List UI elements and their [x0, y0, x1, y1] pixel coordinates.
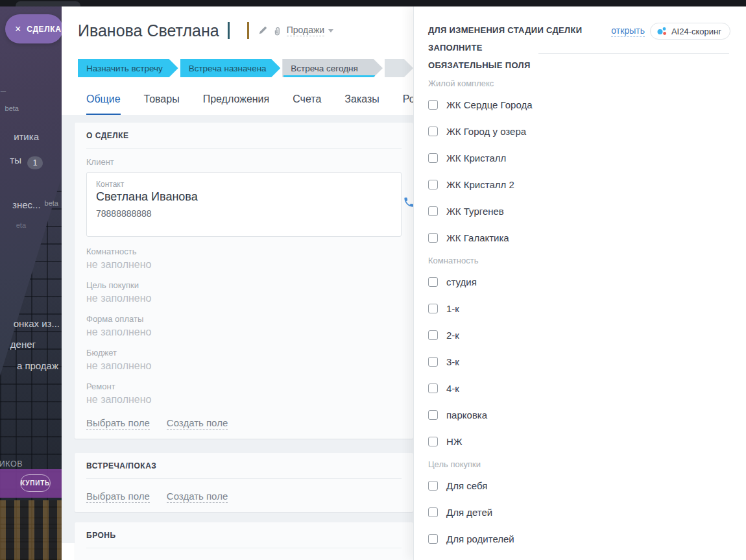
contact-name-link[interactable]: Светлана Иванова: [96, 190, 392, 204]
checkbox-label[interactable]: 1-к: [446, 303, 459, 314]
create-field-link[interactable]: Создать поле: [167, 417, 228, 430]
checkbox[interactable]: [428, 534, 438, 544]
edit-pencil-icon[interactable]: [258, 26, 267, 35]
checkbox-row[interactable]: 3-к: [428, 348, 730, 375]
sidebar-item-3[interactable]: ты1: [10, 154, 43, 169]
ai24-scoring-badge[interactable]: AI24-скоринг: [650, 23, 730, 40]
stage-item-3[interactable]: Встреча сегодня: [282, 59, 383, 77]
checkbox[interactable]: [428, 437, 438, 446]
tab-invoices[interactable]: Счета: [293, 93, 321, 115]
tab-quotes[interactable]: Предложения: [203, 93, 270, 115]
checkbox-row[interactable]: студия: [428, 269, 730, 295]
checkbox-row[interactable]: 1-к: [428, 295, 730, 322]
ai24-scoring-label: AI24-скоринг: [671, 27, 721, 36]
create-field-link[interactable]: Создать поле: [167, 491, 228, 503]
buy-button[interactable]: КУПИТЬ: [20, 474, 51, 492]
checkbox-label[interactable]: ЖК Сердце Города: [446, 99, 533, 110]
contact-phone[interactable]: 78888888888: [96, 208, 392, 219]
checkbox-label[interactable]: Для себя: [446, 480, 487, 491]
checkbox-row[interactable]: НЖ: [428, 428, 730, 455]
deal-title[interactable]: Иванова Светлана: [78, 21, 219, 40]
sidebar-item-5[interactable]: eta: [16, 221, 26, 229]
checkbox-row[interactable]: Для родителей: [428, 526, 730, 552]
checkbox[interactable]: [428, 481, 438, 491]
open-scoring-link[interactable]: открыть: [611, 25, 645, 37]
contact-card[interactable]: Контакт Светлана Иванова 78888888888: [86, 172, 402, 237]
field-value[interactable]: не заполнено: [86, 394, 402, 406]
checkbox-row[interactable]: 4-к: [428, 375, 730, 402]
sidebar-item-7[interactable]: денег: [10, 339, 36, 350]
sidebar-item-8[interactable]: а продаж: [17, 360, 58, 371]
field-value[interactable]: не заполнено: [86, 360, 402, 372]
close-icon[interactable]: ×: [15, 24, 21, 34]
tab-robots[interactable]: Роботы: [403, 93, 413, 115]
checkbox-row[interactable]: парковка: [428, 402, 730, 428]
checkbox-row[interactable]: ЖК Кристалл: [428, 145, 730, 171]
checkbox[interactable]: [428, 357, 438, 367]
checkbox-label[interactable]: Для детей: [446, 507, 492, 518]
field-value[interactable]: не заполнено: [86, 326, 402, 338]
tab-orders[interactable]: Заказы: [344, 93, 379, 115]
select-field-link[interactable]: Выбрать поле: [86, 417, 150, 430]
checkbox-label[interactable]: 2-к: [446, 330, 459, 341]
checkbox[interactable]: [428, 507, 438, 517]
deal-content-scroll[interactable]: О СДЕЛКЕ Клиент Контакт Светлана Иванова…: [62, 115, 413, 543]
tab-general[interactable]: Общие: [86, 93, 121, 115]
field-value[interactable]: не заполнено: [86, 259, 402, 271]
checkbox-label[interactable]: ЖК Галактика: [446, 232, 509, 243]
pipeline-selector[interactable]: Продажи: [287, 25, 324, 36]
checkbox-label[interactable]: ЖК Тургенев: [446, 206, 504, 217]
stage-item-1[interactable]: Назначить встречу: [78, 59, 178, 77]
checkbox[interactable]: [428, 304, 438, 313]
checkbox[interactable]: [428, 127, 438, 136]
checkbox[interactable]: [428, 100, 438, 110]
tab-products[interactable]: Товары: [144, 93, 180, 115]
checkbox-row[interactable]: ЖК Галактика: [428, 225, 730, 251]
sidebar-item-4[interactable]: знес...beta: [12, 199, 58, 210]
checkbox-row[interactable]: Для детей: [428, 499, 730, 526]
checkbox-label[interactable]: парковка: [446, 409, 487, 420]
checkbox-label[interactable]: студия: [446, 276, 477, 287]
checkbox-label[interactable]: ЖК Кристалл: [446, 152, 506, 164]
checkbox[interactable]: [428, 330, 438, 340]
checkbox-row[interactable]: Сдавать в аренду: [428, 552, 730, 560]
checkbox-label[interactable]: 3-к: [446, 356, 459, 367]
required-fields-title: ДЛЯ ИЗМЕНЕНИЯ СТАДИИ СДЕЛКИ ЗАПОЛНИТЕ ОБ…: [428, 21, 611, 74]
checkbox[interactable]: [428, 233, 438, 243]
checkbox[interactable]: [428, 206, 438, 216]
checkbox[interactable]: [428, 153, 438, 163]
checkbox[interactable]: [428, 277, 438, 287]
sidebar-item-0[interactable]: –: [1, 84, 6, 95]
checkbox-label[interactable]: 4-к: [446, 383, 459, 394]
client-field-label: Клиент: [86, 157, 402, 167]
chevron-down-icon[interactable]: [328, 29, 333, 32]
checkbox-label[interactable]: ЖК Город у озера: [446, 126, 526, 137]
checkbox-row[interactable]: ЖК Кристалл 2: [428, 171, 730, 198]
field-budget: Бюджет не заполнено: [86, 348, 402, 372]
sidebar-item-2[interactable]: итика: [14, 131, 39, 142]
checkbox-label[interactable]: НЖ: [446, 436, 463, 447]
field-purchase-goal: Цель покупки не заполнено: [86, 280, 402, 304]
checkbox[interactable]: [428, 383, 438, 393]
checkbox-row[interactable]: ЖК Сердце Города: [428, 91, 730, 118]
checkbox-row[interactable]: ЖК Тургенев: [428, 198, 730, 225]
checkbox-row[interactable]: Для себя: [428, 472, 730, 499]
phone-call-icon[interactable]: [403, 196, 413, 211]
field-value[interactable]: не заполнено: [86, 293, 402, 304]
field-label: Бюджет: [86, 348, 402, 358]
sidebar-item-6[interactable]: онках из...: [14, 318, 60, 329]
checkbox-label[interactable]: ЖК Кристалл 2: [446, 179, 514, 190]
checkbox-label[interactable]: Для родителей: [446, 533, 514, 544]
checkbox-row[interactable]: ЖК Город у озера: [428, 118, 730, 145]
sidebar-item-9[interactable]: НИКОВ: [0, 459, 23, 469]
checkbox[interactable]: [428, 180, 438, 189]
building-lights-backdrop: [0, 500, 62, 560]
checkbox-row[interactable]: 2-к: [428, 322, 730, 348]
stage-item-4[interactable]: [385, 59, 413, 77]
sidebar-item-1[interactable]: beta: [5, 104, 19, 112]
stage-item-2[interactable]: Встреча назначена: [180, 59, 281, 77]
checkbox[interactable]: [428, 410, 438, 420]
select-field-link[interactable]: Выбрать поле: [86, 491, 150, 503]
deal-slider-chip[interactable]: × СДЕЛКА: [5, 14, 62, 43]
paperclip-icon[interactable]: [272, 26, 282, 36]
